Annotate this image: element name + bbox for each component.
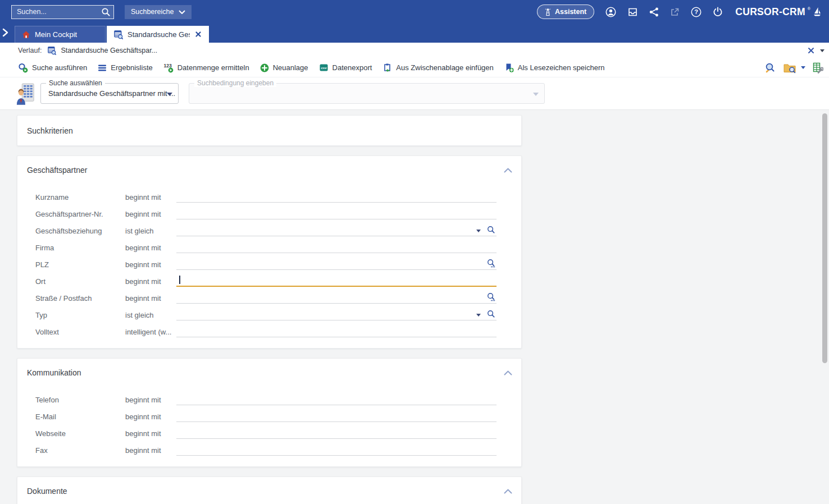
criteria-input[interactable] [179, 393, 470, 404]
paste-clipboard-button[interactable]: Aus Zwischenablage einfügen [382, 63, 493, 72]
field-input-area[interactable] [176, 273, 497, 287]
criteria-input[interactable] [179, 241, 470, 252]
toolbar-label: Als Lesezeichen speichern [518, 63, 605, 72]
tab-label: Mein Cockpit [35, 30, 98, 39]
field-input-area[interactable] [176, 290, 497, 304]
criteria-input[interactable] [179, 224, 470, 235]
criteria-input[interactable] [179, 427, 470, 438]
field-operator[interactable]: beginnt mit [125, 277, 161, 286]
field-input-area[interactable] [176, 392, 497, 405]
help-icon[interactable]: ? [691, 7, 702, 17]
lookup-search-icon[interactable] [487, 226, 495, 234]
field-operator[interactable]: beginnt mit [125, 413, 161, 421]
search-condition-field[interactable]: Suchbedingung eingeben [189, 83, 545, 104]
field-operator[interactable]: intelligent (w... [125, 328, 171, 336]
tab-mein-cockpit[interactable]: Mein Cockpit [15, 26, 106, 43]
tab-close-icon[interactable] [194, 30, 202, 38]
field-input-area[interactable] [176, 425, 497, 439]
vertical-scrollbar[interactable] [822, 113, 827, 363]
chevron-down-icon[interactable] [476, 230, 481, 232]
collapse-section-icon[interactable] [504, 168, 512, 173]
assistant-button[interactable]: Assistent [537, 4, 594, 19]
history-label: Verlauf: [18, 47, 42, 54]
table-search-icon [113, 30, 123, 39]
table-settings-icon[interactable] [813, 62, 823, 74]
criteria-input[interactable] [179, 308, 470, 319]
data-export-button[interactable]: csv Datenexport [319, 63, 372, 72]
lookup-more-search-icon[interactable] [487, 292, 495, 301]
history-entry[interactable]: Standardsuche Geschäftspar... [61, 47, 157, 54]
search-folder-icon[interactable] [783, 62, 805, 74]
field-input-area[interactable] [176, 256, 497, 270]
run-search-button[interactable]: Suche ausführen [18, 63, 87, 73]
criteria-input[interactable] [179, 410, 470, 421]
criteria-input[interactable] [179, 274, 470, 285]
lookup-more-search-icon[interactable] [487, 259, 495, 268]
field-input-area[interactable] [176, 409, 497, 422]
criteria-section: KommunikationTelefonbeginnt mitE-Mailbeg… [17, 358, 522, 467]
toolbar-label: Datenexport [332, 63, 372, 72]
tabbar: Mein Cockpit Standardsuche Gesc... [0, 24, 829, 43]
criteria-input[interactable] [179, 325, 470, 336]
search-input[interactable] [11, 5, 114, 19]
criteria-input[interactable] [179, 258, 470, 269]
search-select-row: Suche auswählen Standardsuche Geschäftsp… [0, 77, 829, 110]
criteria-input[interactable] [179, 207, 470, 218]
field-operator[interactable]: ist gleich [125, 311, 154, 319]
power-icon[interactable] [713, 7, 723, 17]
field-operator[interactable]: beginnt mit [125, 260, 161, 269]
sidebar-expand-icon[interactable] [2, 28, 8, 39]
criteria-header-card: Suchkriterien [17, 115, 522, 146]
criteria-input[interactable] [179, 443, 470, 455]
csv-export-icon: csv [319, 63, 329, 72]
search-icon[interactable] [101, 7, 111, 17]
count-records-icon: 123 [163, 63, 174, 73]
criteria-section: DokumenteAnlagedatumliegt zwischen [17, 476, 522, 504]
field-input-area[interactable] [176, 223, 497, 236]
collapse-section-icon[interactable] [504, 370, 512, 375]
field-operator[interactable]: beginnt mit [125, 193, 161, 201]
chevron-down-icon[interactable] [476, 314, 481, 317]
field-label: Fax [35, 446, 48, 455]
svg-text:csv: csv [321, 66, 327, 70]
global-search [11, 5, 114, 19]
inbox-tray-icon[interactable] [627, 7, 638, 17]
create-new-button[interactable]: Neuanlage [260, 63, 308, 72]
share-icon[interactable] [649, 7, 659, 17]
history-row: Verlauf: Standardsuche Geschäftspar... [0, 43, 829, 58]
field-operator[interactable]: beginnt mit [125, 396, 161, 404]
save-bookmark-button[interactable]: Als Lesezeichen speichern [504, 63, 605, 72]
user-icon[interactable] [605, 7, 616, 17]
search-edit-icon[interactable] [764, 62, 776, 74]
field-operator[interactable]: beginnt mit [125, 210, 161, 218]
field-input-area[interactable] [176, 240, 497, 253]
business-partner-icon [16, 83, 35, 105]
search-areas-button[interactable]: Suchbereiche [125, 5, 192, 19]
lookup-search-icon[interactable] [487, 310, 495, 318]
result-list-button[interactable]: Ergebnisliste [98, 63, 152, 72]
count-records-button[interactable]: 123 Datenmenge ermitteln [163, 63, 249, 73]
field-input-area[interactable] [176, 206, 497, 219]
search-select-dropdown[interactable]: Suche auswählen Standardsuche Geschäftsp… [40, 83, 179, 104]
field-input-area[interactable] [176, 189, 497, 203]
tab-standardsuche[interactable]: Standardsuche Gesc... [107, 26, 209, 43]
external-link-icon[interactable] [670, 7, 680, 17]
field-operator[interactable]: beginnt mit [125, 294, 161, 303]
field-operator[interactable]: beginnt mit [125, 446, 161, 455]
criteria-row: Ortbeginnt mit [17, 273, 521, 290]
close-history-icon[interactable] [808, 47, 814, 54]
criteria-input[interactable] [179, 190, 470, 201]
toolbar-label: Datenmenge ermitteln [177, 63, 249, 72]
field-operator[interactable]: beginnt mit [125, 244, 161, 252]
field-operator[interactable]: beginnt mit [125, 429, 161, 438]
field-input-area[interactable] [176, 442, 497, 456]
section-title: Kommunikation [17, 368, 521, 392]
field-input-area[interactable] [176, 324, 497, 337]
field-operator[interactable]: ist gleich [125, 227, 154, 235]
collapse-section-icon[interactable] [504, 489, 512, 494]
svg-text:?: ? [694, 8, 698, 15]
field-input-area[interactable] [176, 307, 497, 320]
history-dropdown-icon[interactable] [820, 49, 825, 52]
criteria-input[interactable] [179, 291, 470, 303]
criteria-section: GeschäftspartnerKurznamebeginnt mitGesch… [17, 155, 522, 349]
